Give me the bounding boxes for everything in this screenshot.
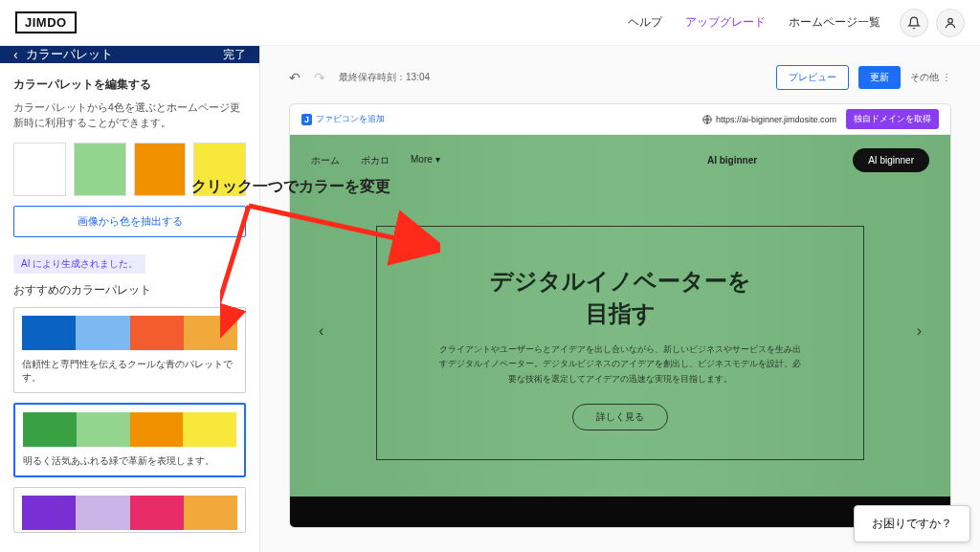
site-brand: AI biginner xyxy=(707,155,757,166)
hero-desc: クライアントやユーザーらとアイデアを出し合いながら、新しいビジネスやサービスを生… xyxy=(438,342,802,386)
nav-item[interactable]: ホーム xyxy=(311,154,340,167)
next-section xyxy=(290,497,950,527)
palette-card-3[interactable] xyxy=(13,487,246,533)
back-icon[interactable]: ‹ xyxy=(13,47,18,62)
bell-icon[interactable] xyxy=(900,9,928,37)
palette-desc: 明るく活気あふれる緑で革新を表現します。 xyxy=(23,454,236,468)
nav-upgrade[interactable]: アップグレード xyxy=(685,14,766,31)
current-palette xyxy=(13,143,246,196)
palette-card-1[interactable]: 信頼性と専門性を伝えるクールな青のパレットです。 xyxy=(13,307,246,393)
chevron-right-icon[interactable]: › xyxy=(917,322,922,340)
help-widget[interactable]: お困りですか？ xyxy=(854,505,970,542)
palette-card-2[interactable]: 明るく活気あふれる緑で革新を表現します。 xyxy=(13,403,246,477)
swatch-2[interactable] xyxy=(74,143,126,196)
nav-help[interactable]: ヘルプ xyxy=(628,14,662,31)
update-button[interactable]: 更新 xyxy=(858,66,901,89)
site-preview: J ファビコンを追加 https://ai-biginner.jimdosite… xyxy=(289,103,951,528)
get-domain-button[interactable]: 独自ドメインを取得 xyxy=(846,109,939,129)
hero-content: デジタルイノベーターを目指す クライアントやユーザーらとアイデアを出し合いながら… xyxy=(376,226,864,460)
chevron-left-icon[interactable]: ‹ xyxy=(319,322,323,340)
hero-section: ホーム ボカロ More ▾ AI biginner AI biginner ‹… xyxy=(290,135,950,527)
editor-toolbar: ↶ ↷ 最終保存時刻：13:04 プレビュー 更新 その他 ⋮ xyxy=(289,65,951,90)
nav-item[interactable]: ボカロ xyxy=(361,154,390,167)
svg-point-0 xyxy=(948,18,953,23)
edit-heading: カラーパレットを編集する xyxy=(13,77,246,93)
site-url: https://ai-biginner.jimdosite.com xyxy=(702,115,836,124)
site-topbar: J ファビコンを追加 https://ai-biginner.jimdosite… xyxy=(290,104,950,135)
swatch-1[interactable] xyxy=(13,143,66,196)
nav-pages[interactable]: ホームページ一覧 xyxy=(789,14,880,31)
sidebar-header: ‹ カラーパレット 完了 xyxy=(0,46,259,63)
sidebar: ‹ カラーパレット 完了 カラーパレットを編集する カラーパレットから4色を選ぶ… xyxy=(0,46,260,552)
canvas: ↶ ↷ 最終保存時刻：13:04 プレビュー 更新 その他 ⋮ J ファビコンを… xyxy=(260,46,980,552)
undo-icon[interactable]: ↶ xyxy=(289,70,301,85)
sidebar-title: カラーパレット xyxy=(26,46,113,63)
more-button[interactable]: その他 ⋮ xyxy=(910,71,951,84)
user-icon[interactable] xyxy=(936,9,965,37)
hero-cta-button[interactable]: 詳しく見る xyxy=(572,404,668,431)
hero-pill-button[interactable]: AI biginner xyxy=(853,148,929,172)
swatch-4[interactable] xyxy=(193,143,246,196)
extract-color-button[interactable]: 画像から色を抽出する xyxy=(13,206,246,237)
done-button[interactable]: 完了 xyxy=(223,47,246,63)
save-time: 最終保存時刻：13:04 xyxy=(339,71,430,84)
edit-desc: カラーパレットから4色を選ぶとホームページ更新時に利用することができます。 xyxy=(13,100,246,131)
redo-icon[interactable]: ↷ xyxy=(314,70,325,85)
rec-title: おすすめのカラーパレット xyxy=(13,283,246,298)
add-favicon-button[interactable]: J ファビコンを追加 xyxy=(301,113,385,125)
palette-desc: 信頼性と専門性を伝えるクールな青のパレットです。 xyxy=(22,358,237,385)
topbar: JIMDO ヘルプ アップグレード ホームページ一覧 xyxy=(0,0,980,46)
logo[interactable]: JIMDO xyxy=(15,11,77,33)
hero-title: デジタルイノベーターを目指す xyxy=(406,265,835,329)
site-nav: ホーム ボカロ More ▾ AI biginner AI biginner xyxy=(290,148,950,172)
preview-button[interactable]: プレビュー xyxy=(776,65,849,90)
nav-item-more[interactable]: More ▾ xyxy=(411,154,440,167)
ai-badge: AI により生成されました。 xyxy=(13,254,145,274)
swatch-3[interactable] xyxy=(134,143,187,196)
